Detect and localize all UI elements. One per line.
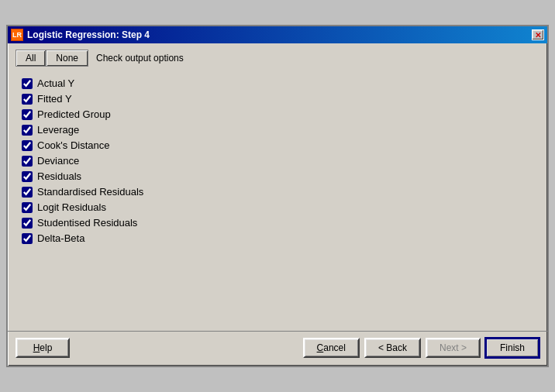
window-body: All None Check output options Actual YFi…: [8, 43, 547, 327]
toolbar: All None Check output options: [16, 50, 539, 67]
checkbox-item-studentised_residuals: Studentised Residuals: [22, 216, 533, 229]
checkbox-item-leverage: Leverage: [22, 123, 533, 136]
checkbox-predicted_group[interactable]: [22, 109, 33, 120]
checkbox-item-predicted_group: Predicted Group: [22, 108, 533, 121]
footer-left: Help: [16, 338, 70, 358]
checkbox-item-delta_beta: Delta-Beta: [22, 232, 533, 245]
back-button[interactable]: < Back: [364, 338, 421, 358]
label-leverage[interactable]: Leverage: [37, 124, 79, 136]
checkbox-residuals[interactable]: [22, 171, 33, 182]
checkbox-logit_residuals[interactable]: [22, 202, 33, 213]
checkbox-item-cooks_distance: Cook's Distance: [22, 139, 533, 152]
label-fitted_y[interactable]: Fitted Y: [37, 93, 72, 105]
label-actual_y[interactable]: Actual Y: [37, 77, 74, 89]
checkbox-item-residuals: Residuals: [22, 170, 533, 183]
none-button[interactable]: None: [46, 50, 88, 67]
label-deviance[interactable]: Deviance: [37, 155, 79, 167]
title-bar: LR Logistic Regression: Step 4 ✕: [8, 26, 547, 43]
checkbox-actual_y[interactable]: [22, 78, 33, 89]
label-residuals[interactable]: Residuals: [37, 170, 81, 182]
checkbox-item-standardised_residuals: Standardised Residuals: [22, 185, 533, 198]
options-label: Check output options: [96, 53, 184, 64]
checkbox-item-actual_y: Actual Y: [22, 77, 533, 90]
checkbox-standardised_residuals[interactable]: [22, 187, 33, 198]
label-cooks_distance[interactable]: Cook's Distance: [37, 139, 110, 151]
label-predicted_group[interactable]: Predicted Group: [37, 108, 111, 120]
checkbox-list: Actual YFitted YPredicted GroupLeverageC…: [22, 77, 533, 245]
checkbox-deviance[interactable]: [22, 156, 33, 167]
cancel-button[interactable]: Cancel: [303, 338, 360, 358]
window-icon: LR: [11, 29, 23, 41]
close-button[interactable]: ✕: [532, 29, 544, 40]
checkbox-item-fitted_y: Fitted Y: [22, 92, 533, 105]
footer-right: Cancel < Back Next > Finish: [303, 338, 539, 358]
checkbox-item-logit_residuals: Logit Residuals: [22, 201, 533, 214]
checkbox-fitted_y[interactable]: [22, 94, 33, 105]
footer: Help Cancel < Back Next > Finish: [8, 331, 547, 366]
label-standardised_residuals[interactable]: Standardised Residuals: [37, 186, 143, 198]
window-title: Logistic Regression: Step 4: [27, 29, 150, 40]
finish-button[interactable]: Finish: [485, 338, 539, 358]
next-button[interactable]: Next >: [426, 338, 481, 358]
checkbox-cooks_distance[interactable]: [22, 140, 33, 151]
checkbox-item-deviance: Deviance: [22, 154, 533, 167]
checkbox-leverage[interactable]: [22, 125, 33, 136]
label-logit_residuals[interactable]: Logit Residuals: [37, 201, 106, 213]
label-delta_beta[interactable]: Delta-Beta: [37, 232, 84, 244]
checkbox-studentised_residuals[interactable]: [22, 218, 33, 229]
title-bar-left: LR Logistic Regression: Step 4: [11, 29, 150, 41]
label-studentised_residuals[interactable]: Studentised Residuals: [37, 217, 137, 229]
content-area: Actual YFitted YPredicted GroupLeverageC…: [16, 73, 539, 321]
help-button[interactable]: Help: [16, 338, 70, 358]
all-button[interactable]: All: [16, 50, 46, 67]
checkbox-delta_beta[interactable]: [22, 233, 33, 244]
main-window: LR Logistic Regression: Step 4 ✕ All Non…: [6, 25, 549, 367]
